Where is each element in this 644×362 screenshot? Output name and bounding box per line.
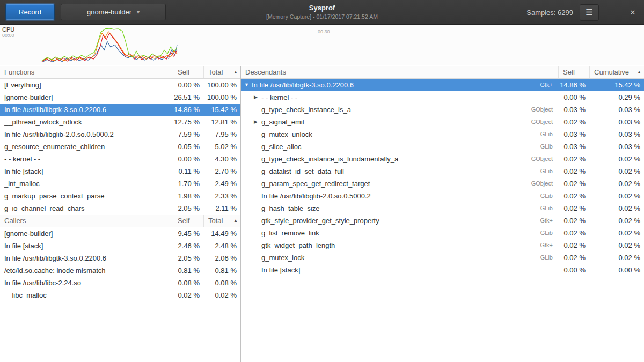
table-row[interactable]: [Everything]0.00 %100.00 % <box>0 79 240 91</box>
table-row[interactable]: In file /usr/lib/libgtk-3.so.0.2200.62.0… <box>0 252 240 264</box>
table-row[interactable]: In file /usr/lib/libc-2.24.so0.08 %0.08 … <box>0 277 240 289</box>
tree-row[interactable]: ▶g_signal_emitGObject0.02 %0.03 % <box>241 116 644 128</box>
functions-table-header: Functions Self Total ▲ <box>0 66 240 79</box>
function-name: g_markup_parse_context_parse <box>0 190 173 202</box>
tree-row[interactable]: g_list_remove_linkGLib0.02 %0.02 % <box>241 227 644 239</box>
tree-name-cell: In file [stack] <box>241 264 558 276</box>
tree-name-cell: g_slice_allocGLib <box>241 141 558 153</box>
table-row[interactable]: g_io_channel_read_chars2.05 %2.11 % <box>0 202 240 215</box>
column-header-total[interactable]: Total ▲ <box>203 66 240 78</box>
total-percent: 0.81 % <box>203 264 240 277</box>
total-percent: 2.33 % <box>203 190 240 202</box>
tree-row[interactable]: g_datalist_id_set_data_fullGLib0.02 %0.0… <box>241 165 644 178</box>
total-percent: 5.02 % <box>203 141 240 153</box>
table-row[interactable]: [gnome-builder]26.51 %100.00 % <box>0 91 240 104</box>
self-percent: 14.86 % <box>558 79 589 91</box>
tree-row[interactable]: In file [stack]0.00 %0.00 % <box>241 264 644 276</box>
table-row[interactable]: _int_malloc1.70 %2.49 % <box>0 178 240 190</box>
descendants-table-header: Descendants Self Cumulative ▲ <box>241 66 644 79</box>
column-header-callers[interactable]: Callers <box>0 215 173 227</box>
functions-list: [Everything]0.00 %100.00 %[gnome-builder… <box>0 79 240 215</box>
function-name: - - kernel - - <box>0 153 173 165</box>
table-row[interactable]: In file /usr/lib/libgtk-3.so.0.2200.614.… <box>0 104 240 116</box>
tree-row[interactable]: g_mutex_unlockGLib0.03 %0.03 % <box>241 128 644 141</box>
self-percent: 0.00 % <box>558 264 589 276</box>
self-percent: 0.11 % <box>173 165 203 178</box>
self-percent: 0.02 % <box>558 239 589 252</box>
library-tag: GLib <box>540 202 558 215</box>
collapse-arrow-icon[interactable]: ▼ <box>244 79 252 91</box>
tree-row[interactable]: g_slice_allocGLib0.03 %0.03 % <box>241 141 644 153</box>
menu-button[interactable]: ☰ <box>580 4 599 21</box>
right-pane-empty-area <box>241 276 644 362</box>
tree-row[interactable]: In file /usr/lib/libglib-2.0.so.0.5000.2… <box>241 190 644 202</box>
function-name: In file /usr/lib/libglib-2.0.so.0.5000.2 <box>0 128 173 141</box>
right-pane: Descendants Self Cumulative ▲ ▼In file /… <box>241 66 644 362</box>
table-row[interactable]: In file [stack]0.11 %2.70 % <box>0 165 240 178</box>
expand-arrow-icon[interactable]: ▶ <box>254 116 261 128</box>
function-name: g_param_spec_get_redirect_target <box>261 178 370 190</box>
self-percent: 0.00 % <box>173 79 203 91</box>
total-percent: 2.49 % <box>203 178 240 190</box>
total-percent: 100.00 % <box>203 79 240 91</box>
tree-row[interactable]: ▼In file /usr/lib/libgtk-3.so.0.2200.6Gt… <box>241 79 644 91</box>
library-tag: GObject <box>531 116 558 128</box>
table-row[interactable]: - - kernel - -0.00 %4.30 % <box>0 153 240 165</box>
record-button[interactable]: Record <box>5 4 55 20</box>
function-name: g_resource_enumerate_children <box>0 141 173 153</box>
tree-row[interactable]: g_hash_table_sizeGLib0.02 %0.02 % <box>241 202 644 215</box>
column-header-self[interactable]: Self <box>173 66 203 78</box>
column-header-functions[interactable]: Functions <box>0 66 173 78</box>
table-row[interactable]: __libc_malloc0.02 %0.02 % <box>0 289 240 301</box>
table-row[interactable]: In file [stack]2.46 %2.48 % <box>0 240 240 252</box>
function-name: In file [stack] <box>261 264 300 276</box>
tree-name-cell: g_list_remove_linkGLib <box>241 227 558 239</box>
tree-row[interactable]: gtk_style_provider_get_style_propertyGtk… <box>241 215 644 227</box>
total-percent: 15.42 % <box>203 104 240 116</box>
self-percent: 0.05 % <box>173 141 203 153</box>
tree-row[interactable]: g_type_check_instance_is_aGObject0.03 %0… <box>241 104 644 116</box>
cpu-graph[interactable]: CPU 00:00 00:30 <box>0 25 644 65</box>
expand-arrow-icon[interactable]: ▶ <box>254 91 261 104</box>
self-percent: 2.46 % <box>173 240 203 252</box>
process-selector-dropdown[interactable]: gnome-builder ▾ <box>61 4 166 20</box>
tree-name-cell: g_type_check_instance_is_fundamentally_a… <box>241 153 558 165</box>
table-row[interactable]: In file /usr/lib/libglib-2.0.so.0.5000.2… <box>0 128 240 141</box>
function-name: [gnome-builder] <box>0 227 173 240</box>
column-header-total[interactable]: Total ▲ <box>203 215 240 227</box>
column-header-descendants[interactable]: Descendants <box>241 66 558 78</box>
tree-name-cell: In file /usr/lib/libglib-2.0.so.0.5000.2… <box>241 190 558 202</box>
cpu-axis-label: CPU <box>2 26 14 33</box>
cumulative-percent: 0.03 % <box>589 141 644 153</box>
tree-row[interactable]: gtk_widget_path_lengthGtk+0.02 %0.02 % <box>241 239 644 252</box>
function-name: g_type_check_instance_is_a <box>261 104 351 116</box>
column-header-cumulative[interactable]: Cumulative ▲ <box>589 66 644 78</box>
table-row[interactable]: __pthread_rwlock_rdlock12.75 %12.81 % <box>0 116 240 128</box>
cumulative-percent: 15.42 % <box>589 79 644 91</box>
self-percent: 26.51 % <box>173 91 203 104</box>
close-button[interactable]: ✕ <box>626 4 640 21</box>
main-content: Functions Self Total ▲ [Everything]0.00 … <box>0 66 644 362</box>
function-name: g_io_channel_read_chars <box>0 202 173 215</box>
chevron-down-icon: ▾ <box>137 9 140 15</box>
column-header-self[interactable]: Self <box>558 66 589 78</box>
self-percent: 0.08 % <box>173 277 203 289</box>
tree-row[interactable]: g_mutex_lockGLib0.02 %0.02 % <box>241 252 644 264</box>
column-header-self[interactable]: Self <box>173 215 203 227</box>
total-percent: 4.30 % <box>203 153 240 165</box>
table-row[interactable]: g_markup_parse_context_parse1.98 %2.33 % <box>0 190 240 202</box>
cumulative-percent: 0.03 % <box>589 128 644 141</box>
table-row[interactable]: [gnome-builder]9.45 %14.49 % <box>0 227 240 240</box>
minimize-button[interactable]: ─ <box>605 4 619 21</box>
table-row[interactable]: /etc/ld.so.cache: inode mismatch0.81 %0.… <box>0 264 240 277</box>
tree-row[interactable]: g_param_spec_get_redirect_targetGObject0… <box>241 178 644 190</box>
self-percent: 9.45 % <box>173 227 203 240</box>
self-percent: 0.02 % <box>173 289 203 301</box>
tree-row[interactable]: ▶- - kernel - -0.00 %0.29 % <box>241 91 644 104</box>
function-name: __pthread_rwlock_rdlock <box>0 116 173 128</box>
function-name: [Everything] <box>0 79 173 91</box>
tree-row[interactable]: g_type_check_instance_is_fundamentally_a… <box>241 153 644 165</box>
cumulative-percent: 0.02 % <box>589 190 644 202</box>
table-row[interactable]: g_resource_enumerate_children0.05 %5.02 … <box>0 141 240 153</box>
function-name: In file /usr/lib/libgtk-3.so.0.2200.6 <box>0 104 173 116</box>
